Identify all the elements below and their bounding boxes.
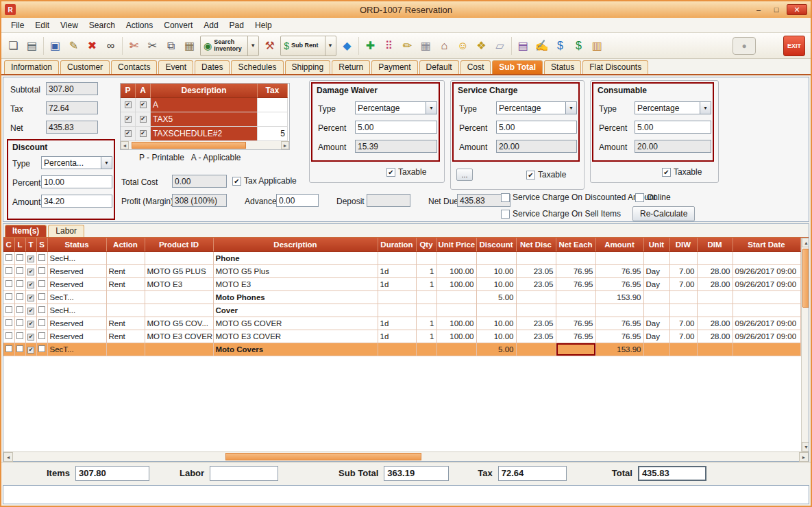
cell-product_id[interactable] [145,343,213,356]
table-row[interactable]: ✔SecH...Phone [3,251,800,264]
cell-product_id[interactable] [145,290,213,304]
cell-amount[interactable]: 76.95 [595,330,643,343]
cell-status[interactable]: Reserved [47,277,106,290]
cell-diw[interactable]: 7.00 [669,317,697,330]
cell-net_each[interactable] [556,304,595,317]
t-checkbox[interactable]: ✔ [27,347,34,354]
search-inventory-button[interactable]: ◉Search Inventory▼ [200,36,259,56]
col-header-product-id[interactable]: Product ID [145,238,213,251]
drop-icon[interactable]: ◆ [338,36,356,55]
printable-checkbox[interactable]: ✔ [125,116,132,123]
cell-net_disc[interactable]: 23.05 [516,264,556,277]
cell-description[interactable]: MOTO E3 COVER [213,330,378,343]
printable-checkbox[interactable]: ✔ [125,101,132,108]
chevron-down-icon[interactable]: ▼ [101,156,112,169]
cell-status[interactable]: SecT... [47,343,106,356]
find-icon[interactable]: ∞ [101,36,120,55]
cell-description[interactable]: Phone [213,251,378,264]
menu-actions[interactable]: Actions [121,19,158,32]
menu-help[interactable]: Help [249,19,278,32]
note-edit-icon[interactable]: ✏ [398,36,417,55]
l-checkbox[interactable] [16,332,23,339]
tab-customer[interactable]: Customer [60,60,110,74]
service-charge-percent-field[interactable]: 5.00 [496,121,577,134]
consumable-percent-field[interactable]: 5.00 [635,121,711,134]
chevron-down-icon[interactable]: ▼ [325,36,333,55]
cell-action[interactable]: Rent [106,330,145,343]
col-header-qty[interactable]: Qty [416,238,436,251]
col-header-diw[interactable]: DIW [669,238,697,251]
col-header-t[interactable]: T [25,238,36,251]
tax-description[interactable]: A [151,98,258,112]
cell-net_disc[interactable]: 23.05 [516,330,556,343]
col-header-status[interactable]: Status [47,238,106,251]
add-icon[interactable]: ✚ [361,36,380,55]
edit-icon[interactable]: ✎ [64,36,83,55]
tab-payment[interactable]: Payment [371,60,417,74]
applicable-checkbox[interactable]: ✔ [140,116,147,123]
cell-unit[interactable] [643,304,669,317]
cell-qty[interactable]: 1 [416,330,436,343]
cell-unit_price[interactable]: 100.00 [436,330,476,343]
cell-action[interactable]: Rent [106,264,145,277]
net-field[interactable]: 435.83 [46,121,98,134]
cell-start_date[interactable]: 09/26/2017 09:00 [733,264,800,277]
labor-total-field[interactable] [210,466,278,481]
books-icon[interactable]: ▤ [514,36,532,55]
table-row[interactable]: ✔ReservedRentMOTO E3 COVERMOTO E3 COVER1… [3,330,800,343]
cut-row-icon[interactable]: ✄ [125,36,143,55]
c-checkbox[interactable] [5,345,12,352]
cell-unit_price[interactable]: 100.00 [436,277,476,290]
cell-discount[interactable] [476,304,516,317]
cell-duration[interactable]: 1d [378,264,416,277]
cell-unit[interactable] [643,251,669,264]
cell-net_disc[interactable]: 23.05 [516,317,556,330]
l-checkbox[interactable] [16,345,23,352]
cell-unit[interactable] [643,343,669,356]
s-checkbox[interactable] [38,332,45,339]
cell-amount[interactable]: 76.95 [595,277,643,290]
tax-description[interactable]: TAX5 [151,112,258,127]
cell-amount[interactable]: 153.90 [595,290,643,304]
col-header-duration[interactable]: Duration [378,238,416,251]
s-checkbox[interactable] [38,293,45,300]
items-hscroll[interactable]: ◄ ► [3,452,809,461]
l-checkbox[interactable] [16,293,23,300]
t-checkbox[interactable]: ✔ [27,256,34,262]
col-header-dim[interactable]: DIM [697,238,733,251]
cell-status[interactable]: SecH... [47,251,106,264]
menu-convert[interactable]: Convert [158,19,198,32]
cell-duration[interactable] [378,343,416,356]
cell-unit[interactable]: Day [643,330,669,343]
color-balls-icon[interactable]: ⠿ [380,36,398,55]
cell-description[interactable]: MOTO G5 COVER [213,317,378,330]
copy-icon[interactable]: ⧉ [162,36,180,55]
discount-type-combo[interactable]: Percenta... ▼ [41,156,112,169]
grand-total-field[interactable]: 435.83 [638,466,706,481]
tab-contacts[interactable]: Contacts [111,60,157,74]
tax-value[interactable] [258,98,288,112]
dollar-stack-icon[interactable]: $ [569,36,588,55]
cell-net_each[interactable] [556,290,595,304]
cell-net_each[interactable]: 76.95 [556,264,595,277]
scroll-up-button[interactable]: ▲ [802,238,809,247]
tax-row[interactable]: ✔ ✔ A [121,98,289,112]
cell-dim[interactable]: 28.00 [697,330,733,343]
cell-duration[interactable]: 1d [378,277,416,290]
cell-description[interactable]: MOTO G5 Plus [213,264,378,277]
chart-icon[interactable]: ▥ [588,36,606,55]
cell-diw[interactable] [669,251,697,264]
menu-pad[interactable]: Pad [224,19,249,32]
menu-file[interactable]: File [5,19,29,32]
tab-cost[interactable]: Cost [460,60,491,74]
cell-product_id[interactable] [145,304,213,317]
advance-field[interactable]: 0.00 [276,194,319,207]
sc-sell-checkbox[interactable] [501,210,510,219]
cell-start_date[interactable]: 09/26/2017 09:00 [733,317,800,330]
cell-product_id[interactable]: MOTO E3 [145,277,213,290]
scroll-right-button[interactable]: ► [281,141,289,149]
tax-table-hscroll[interactable]: ◄ ► [121,141,289,149]
cell-status[interactable]: SecT... [47,290,106,304]
col-header-net-disc[interactable]: Net Disc [516,238,556,251]
chevron-down-icon[interactable]: ▼ [247,36,256,55]
